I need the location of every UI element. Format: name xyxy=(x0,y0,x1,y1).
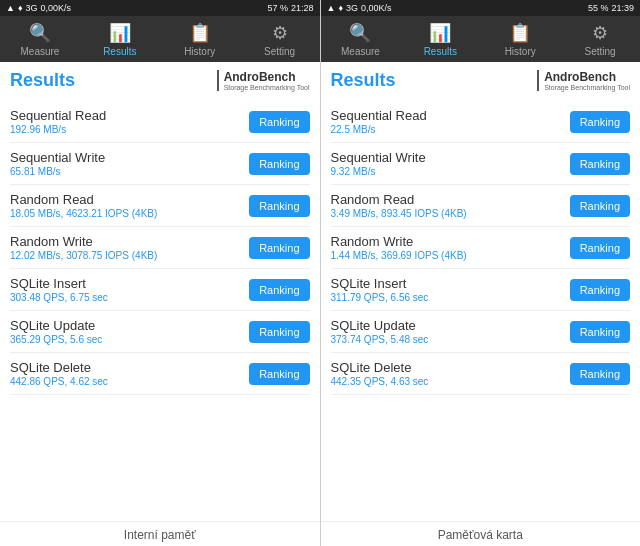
bench-info: Random Write1.44 MB/s, 369.69 IOPS (4KB) xyxy=(331,234,467,261)
ranking-button[interactable]: Ranking xyxy=(570,153,630,175)
nav-icon-measure: 🔍 xyxy=(349,22,371,44)
table-row: SQLite Insert311.79 QPS, 6.56 secRanking xyxy=(331,269,631,311)
ranking-button[interactable]: Ranking xyxy=(570,195,630,217)
footer-label: Paměťová karta xyxy=(321,521,641,546)
nav-icon-history: 📋 xyxy=(509,22,531,44)
time-display: 21:39 xyxy=(611,3,634,13)
results-title: Results xyxy=(331,70,396,91)
table-row: Random Write1.44 MB/s, 369.69 IOPS (4KB)… xyxy=(331,227,631,269)
bench-value: 9.32 MB/s xyxy=(331,166,426,177)
nav-item-results[interactable]: 📊Results xyxy=(80,16,160,62)
nav-icon-setting: ⚙ xyxy=(592,22,608,44)
bench-name: SQLite Delete xyxy=(331,360,429,375)
status-icon: 0,00K/s xyxy=(361,3,392,13)
nav-item-measure[interactable]: 🔍Measure xyxy=(0,16,80,62)
content-area: ResultsAndroBenchStorage Benchmarking To… xyxy=(321,62,641,521)
table-row: SQLite Update373.74 QPS, 5.48 secRanking xyxy=(331,311,631,353)
bench-name: Sequential Write xyxy=(10,150,105,165)
ranking-button[interactable]: Ranking xyxy=(570,111,630,133)
bench-name: Random Read xyxy=(10,192,157,207)
bench-name: Random Read xyxy=(331,192,467,207)
bench-value: 373.74 QPS, 5.48 sec xyxy=(331,334,429,345)
nav-icon-results: 📊 xyxy=(429,22,451,44)
ranking-button[interactable]: Ranking xyxy=(249,195,309,217)
status-left: ▲♦3G0,00K/s xyxy=(327,3,392,13)
status-icon: 3G xyxy=(26,3,38,13)
nav-bar: 🔍Measure📊Results📋History⚙Setting xyxy=(321,16,641,62)
battery-indicator: 55 % xyxy=(588,3,609,13)
nav-icon-setting: ⚙ xyxy=(272,22,288,44)
bench-value: 1.44 MB/s, 369.69 IOPS (4KB) xyxy=(331,250,467,261)
bench-info: Sequential Read192.96 MB/s xyxy=(10,108,106,135)
ranking-button[interactable]: Ranking xyxy=(570,321,630,343)
bench-name: SQLite Delete xyxy=(10,360,108,375)
table-row: SQLite Update365.29 QPS, 5.6 secRanking xyxy=(10,311,310,353)
bench-value: 65.81 MB/s xyxy=(10,166,105,177)
ranking-button[interactable]: Ranking xyxy=(249,111,309,133)
table-row: SQLite Insert303.48 QPS, 6.75 secRanking xyxy=(10,269,310,311)
nav-item-history[interactable]: 📋History xyxy=(480,16,560,62)
ranking-button[interactable]: Ranking xyxy=(249,363,309,385)
nav-bar: 🔍Measure📊Results📋History⚙Setting xyxy=(0,16,320,62)
status-icon: ♦ xyxy=(338,3,343,13)
status-right: 55 %21:39 xyxy=(588,3,634,13)
table-row: SQLite Delete442.86 QPS, 4.62 secRanking xyxy=(10,353,310,395)
table-row: Sequential Write65.81 MB/sRanking xyxy=(10,143,310,185)
status-icon: ▲ xyxy=(6,3,15,13)
nav-label-history: History xyxy=(505,46,536,57)
ranking-button[interactable]: Ranking xyxy=(570,237,630,259)
time-display: 21:28 xyxy=(291,3,314,13)
bench-value: 365.29 QPS, 5.6 sec xyxy=(10,334,102,345)
bench-info: SQLite Insert311.79 QPS, 6.56 sec xyxy=(331,276,429,303)
bench-info: Sequential Write9.32 MB/s xyxy=(331,150,426,177)
nav-icon-history: 📋 xyxy=(189,22,211,44)
ranking-button[interactable]: Ranking xyxy=(249,279,309,301)
bench-info: SQLite Delete442.86 QPS, 4.62 sec xyxy=(10,360,108,387)
bench-value: 3.49 MB/s, 893.45 IOPS (4KB) xyxy=(331,208,467,219)
nav-label-results: Results xyxy=(103,46,136,57)
bench-info: SQLite Update373.74 QPS, 5.48 sec xyxy=(331,318,429,345)
androbench-name: AndroBench xyxy=(224,70,296,84)
bench-info: Sequential Read22.5 MB/s xyxy=(331,108,427,135)
bench-name: Random Write xyxy=(10,234,157,249)
nav-item-measure[interactable]: 🔍Measure xyxy=(321,16,401,62)
bench-value: 22.5 MB/s xyxy=(331,124,427,135)
screen-0: ▲♦3G0,00K/s57 %21:28🔍Measure📊Results📋His… xyxy=(0,0,321,546)
bench-name: Random Write xyxy=(331,234,467,249)
nav-item-setting[interactable]: ⚙Setting xyxy=(560,16,640,62)
nav-item-results[interactable]: 📊Results xyxy=(400,16,480,62)
androbench-logo: AndroBenchStorage Benchmarking Tool xyxy=(537,70,630,91)
battery-indicator: 57 % xyxy=(267,3,288,13)
bench-value: 442.86 QPS, 4.62 sec xyxy=(10,376,108,387)
ranking-button[interactable]: Ranking xyxy=(249,237,309,259)
nav-label-history: History xyxy=(184,46,215,57)
androbench-name: AndroBench xyxy=(544,70,616,84)
results-header: ResultsAndroBenchStorage Benchmarking To… xyxy=(10,70,310,91)
androbench-logo: AndroBenchStorage Benchmarking Tool xyxy=(217,70,310,91)
bench-name: SQLite Update xyxy=(10,318,102,333)
ranking-button[interactable]: Ranking xyxy=(249,321,309,343)
bench-value: 12.02 MB/s, 3078.75 IOPS (4KB) xyxy=(10,250,157,261)
table-row: Random Read18.05 MB/s, 4623.21 IOPS (4KB… xyxy=(10,185,310,227)
nav-item-history[interactable]: 📋History xyxy=(160,16,240,62)
nav-item-setting[interactable]: ⚙Setting xyxy=(240,16,320,62)
results-header: ResultsAndroBenchStorage Benchmarking To… xyxy=(331,70,631,91)
table-row: Random Read3.49 MB/s, 893.45 IOPS (4KB)R… xyxy=(331,185,631,227)
status-icon: ▲ xyxy=(327,3,336,13)
table-row: Sequential Read192.96 MB/sRanking xyxy=(10,101,310,143)
androbench-sub: Storage Benchmarking Tool xyxy=(224,84,310,91)
ranking-button[interactable]: Ranking xyxy=(570,363,630,385)
bench-info: Random Read18.05 MB/s, 4623.21 IOPS (4KB… xyxy=(10,192,157,219)
screens-wrapper: ▲♦3G0,00K/s57 %21:28🔍Measure📊Results📋His… xyxy=(0,0,640,546)
status-bar: ▲♦3G0,00K/s57 %21:28 xyxy=(0,0,320,16)
status-icon: ♦ xyxy=(18,3,23,13)
ranking-button[interactable]: Ranking xyxy=(570,279,630,301)
bench-name: Sequential Read xyxy=(331,108,427,123)
bench-info: Random Write12.02 MB/s, 3078.75 IOPS (4K… xyxy=(10,234,157,261)
ranking-button[interactable]: Ranking xyxy=(249,153,309,175)
bench-info: Sequential Write65.81 MB/s xyxy=(10,150,105,177)
footer-label: Interní paměť xyxy=(0,521,320,546)
bench-name: SQLite Insert xyxy=(10,276,108,291)
status-icon: 0,00K/s xyxy=(41,3,72,13)
status-left: ▲♦3G0,00K/s xyxy=(6,3,71,13)
